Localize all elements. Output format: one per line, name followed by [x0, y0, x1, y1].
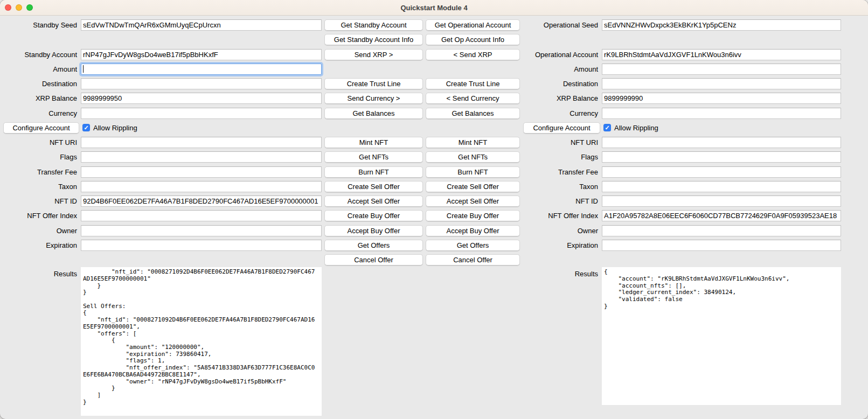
amount-label-operational: Amount	[520, 65, 602, 73]
results-section: Results "nft_id": "0008271092D4B6F0EE062…	[0, 267, 868, 416]
expiration-entry-standby[interactable]	[81, 240, 322, 251]
taxon-entry-standby[interactable]	[81, 181, 322, 192]
nft-offer-index-entry-standby[interactable]	[81, 210, 322, 221]
xrp-balance-value-standby: 9989999950	[81, 94, 122, 102]
standby-account-label-standby: Standby Account	[0, 51, 81, 59]
zoom-button[interactable]	[26, 4, 33, 11]
send-currency-button-operational[interactable]: < Send Currency	[426, 93, 520, 104]
get-offers-button-operational[interactable]: Get Offers	[426, 240, 520, 251]
nft-id-label-operational: NFT ID	[520, 197, 602, 205]
burn-nft-button-standby[interactable]: Burn NFT	[324, 166, 423, 178]
nft-id-label-standby: NFT ID	[0, 197, 81, 205]
get-nfts-button-standby[interactable]: Get NFTs	[324, 151, 423, 163]
configure-account-button-operational[interactable]: Configure Account	[523, 122, 600, 134]
taxon-label-operational: Taxon	[520, 183, 602, 191]
xrp-balance-entry-standby[interactable]: 9989999950	[81, 93, 322, 104]
destination-entry-standby[interactable]	[81, 78, 322, 89]
allow-rippling-checkbox-label-operational: Allow Rippling	[614, 124, 658, 132]
destination-label-standby: Destination	[0, 80, 81, 88]
xrp-balance-entry-operational[interactable]: 9899999990	[602, 93, 841, 104]
nft-offer-index-label-standby: NFT Offer Index	[0, 212, 81, 220]
get-standby-account-info-button-standby[interactable]: Get Standby Account Info	[324, 34, 423, 45]
nft-id-value-standby: 92D4B6F0EE062DE7FA46A7B1F8DED2790FC467AD…	[81, 197, 318, 205]
flags-entry-standby[interactable]	[81, 151, 322, 163]
send-xrp-button-operational[interactable]: < Send XRP	[426, 49, 520, 60]
results-text-standby[interactable]: "nft_id": "0008271092D4B6F0EE062DE7FA46A…	[81, 267, 322, 416]
taxon-entry-operational[interactable]	[602, 181, 841, 192]
nft-offer-index-entry-operational[interactable]: A1F20A95782A8E06EEC6F6060CD77BCB7724629F…	[602, 210, 841, 221]
currency-label-standby: Currency	[0, 109, 81, 117]
nft-id-entry-operational[interactable]	[602, 195, 841, 207]
currency-entry-standby[interactable]	[81, 108, 322, 119]
amount-label-standby: Amount	[0, 65, 81, 73]
accept-sell-offer-button-operational[interactable]: Accept Sell Offer	[426, 195, 520, 207]
standby-seed-entry-standby[interactable]: sEdVwTNDwTmQArR6xGMmUyqECpUrcxn	[81, 19, 322, 31]
allow-rippling-checkbox-row-operational: ✓Allow Rippling	[602, 124, 841, 132]
get-offers-button-standby[interactable]: Get Offers	[324, 240, 423, 251]
create-trust-line-button-operational[interactable]: Create Trust Line	[426, 78, 520, 89]
xrp-balance-label-standby: XRP Balance	[0, 94, 81, 102]
checkmark-icon: ✓	[605, 125, 609, 131]
create-buy-offer-button-operational[interactable]: Create Buy Offer	[426, 210, 520, 221]
allow-rippling-checkbox-row-standby: ✓Allow Rippling	[81, 124, 322, 132]
owner-label-operational: Owner	[520, 227, 602, 235]
send-xrp-button-standby[interactable]: Send XRP >	[324, 49, 423, 60]
close-button[interactable]	[5, 4, 11, 11]
accept-buy-offer-button-operational[interactable]: Accept Buy Offer	[426, 225, 520, 236]
xrp-balance-label-operational: XRP Balance	[520, 94, 602, 102]
operational-account-value-operational: rK9LBRhStdmtAaVdJXGVF1LnKWou3n6ivv	[602, 51, 741, 59]
configure-account-button-standby[interactable]: Configure Account	[3, 122, 79, 134]
operational-account-entry-operational[interactable]: rK9LBRhStdmtAaVdJXGVF1LnKWou3n6ivv	[602, 49, 841, 60]
create-buy-offer-button-standby[interactable]: Create Buy Offer	[324, 210, 423, 221]
nft-uri-label-standby: NFT URI	[0, 138, 81, 146]
transfer-fee-entry-standby[interactable]	[81, 166, 322, 178]
get-operational-account-button-operational[interactable]: Get Operational Account	[426, 19, 520, 31]
get-op-account-info-button-operational[interactable]: Get Op Account Info	[426, 34, 520, 45]
accept-buy-offer-button-standby[interactable]: Accept Buy Offer	[324, 225, 423, 236]
title-bar: Quickstart Module 4	[0, 0, 868, 16]
nft-id-entry-standby[interactable]: 92D4B6F0EE062DE7FA46A7B1F8DED2790FC467AD…	[81, 195, 322, 207]
expiration-entry-operational[interactable]	[602, 240, 841, 251]
cancel-offer-button-operational[interactable]: Cancel Offer	[426, 254, 520, 266]
mint-nft-button-operational[interactable]: Mint NFT	[426, 137, 520, 148]
get-balances-button-operational[interactable]: Get Balances	[426, 108, 520, 119]
get-balances-button-standby[interactable]: Get Balances	[324, 108, 423, 119]
nft-uri-label-operational: NFT URI	[520, 138, 602, 146]
nft-uri-entry-operational[interactable]	[602, 137, 841, 148]
burn-nft-button-operational[interactable]: Burn NFT	[426, 166, 520, 178]
mint-nft-button-standby[interactable]: Mint NFT	[324, 137, 423, 148]
allow-rippling-checkbox-operational[interactable]: ✓	[603, 124, 611, 131]
amount-entry-operational[interactable]	[602, 64, 841, 75]
form-grid: Standby SeedsEdVwTNDwTmQArR6xGMmUyqECpUr…	[0, 18, 868, 267]
allow-rippling-checkbox-standby[interactable]: ✓	[82, 124, 90, 131]
window-title: Quickstart Module 4	[0, 4, 868, 12]
destination-entry-operational[interactable]	[602, 78, 841, 89]
standby-seed-value-standby: sEdVwTNDwTmQArR6xGMmUyqECpUrcxn	[81, 21, 221, 29]
flags-entry-operational[interactable]	[602, 151, 841, 163]
create-sell-offer-button-operational[interactable]: Create Sell Offer	[426, 181, 520, 192]
owner-entry-standby[interactable]	[81, 225, 322, 236]
currency-entry-operational[interactable]	[602, 108, 841, 119]
cancel-offer-button-standby[interactable]: Cancel Offer	[324, 254, 423, 266]
create-sell-offer-button-standby[interactable]: Create Sell Offer	[324, 181, 423, 192]
create-trust-line-button-standby[interactable]: Create Trust Line	[324, 78, 423, 89]
standby-account-entry-standby[interactable]: rNP47gJFvDyW8gsDo4weB17if5pBbHKxfF	[81, 49, 322, 60]
operational-seed-value-operational: sEdVNNZHWvDxpck3EkBKrK1Yp5pCENz	[602, 21, 736, 29]
owner-entry-operational[interactable]	[602, 225, 841, 236]
destination-label-operational: Destination	[520, 80, 602, 88]
minimize-button[interactable]	[16, 4, 22, 11]
currency-label-operational: Currency	[520, 109, 602, 117]
xrp-balance-value-operational: 9899999990	[602, 94, 643, 102]
get-nfts-button-operational[interactable]: Get NFTs	[426, 151, 520, 163]
transfer-fee-entry-operational[interactable]	[602, 166, 841, 178]
get-standby-account-button-standby[interactable]: Get Standby Account	[324, 19, 423, 31]
checkmark-icon: ✓	[84, 125, 88, 131]
operational-seed-entry-operational[interactable]: sEdVNNZHWvDxpck3EkBKrK1Yp5pCENz	[602, 19, 841, 31]
flags-label-operational: Flags	[520, 153, 602, 161]
amount-entry-standby[interactable]	[81, 64, 322, 75]
results-text-operational[interactable]: { "account": "rK9LBRhStdmtAaVdJXGVF1LnKW…	[602, 267, 841, 405]
accept-sell-offer-button-standby[interactable]: Accept Sell Offer	[324, 195, 423, 207]
send-currency-button-standby[interactable]: Send Currency >	[324, 93, 423, 104]
standby-seed-label-standby: Standby Seed	[0, 21, 81, 29]
nft-uri-entry-standby[interactable]	[81, 137, 322, 148]
